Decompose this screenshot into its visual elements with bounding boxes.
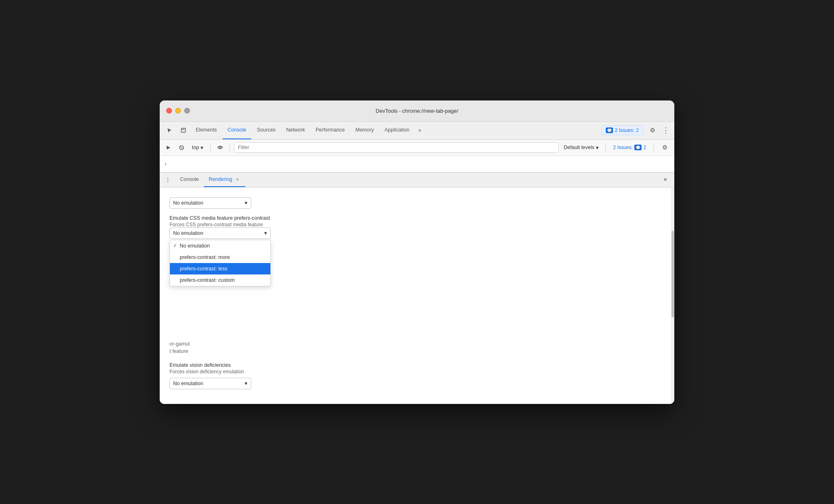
- scrollbar-track: [671, 187, 674, 404]
- issues-badge-label: 2 Issues:: [613, 145, 633, 150]
- dropdown-option-no-emulation[interactable]: ✓ No emulation: [170, 240, 270, 252]
- tab-elements[interactable]: Elements: [191, 121, 222, 139]
- window-title: DevTools - chrome://new-tab-page/: [376, 108, 458, 114]
- contrast-dropdown-container: No emulation ▾ ✓ No emulation pref: [169, 227, 271, 239]
- context-chevron: ▾: [201, 145, 203, 151]
- vision-dropdown[interactable]: No emulation ▾: [169, 378, 251, 389]
- eye-btn[interactable]: [215, 142, 225, 153]
- rendering-panel: No emulation ▾ Emulate CSS media feature…: [160, 187, 674, 404]
- contrast-section-sublabel: Forces CSS prefers-contrast media featur…: [169, 222, 665, 227]
- issues-badge[interactable]: 2 Issues: 💬 2: [610, 143, 649, 152]
- bg-text-2: t feature: [169, 348, 665, 354]
- toolbar-divider-1: [210, 143, 211, 152]
- toolbar-divider-3: [605, 143, 606, 152]
- dropdown-option-more[interactable]: prefers-contrast: more: [170, 252, 270, 263]
- layers-icon-btn[interactable]: [177, 124, 190, 137]
- drawer-tab-rendering[interactable]: Rendering ×: [204, 172, 245, 187]
- console-chevron[interactable]: ›: [165, 161, 167, 167]
- svg-line-4: [181, 147, 183, 149]
- toolbar-divider-4: [653, 143, 654, 152]
- title-bar: DevTools - chrome://new-tab-page/: [160, 100, 674, 122]
- drawer-tab-console[interactable]: Console: [175, 172, 204, 187]
- tab-memory[interactable]: Memory: [350, 121, 379, 139]
- first-dropdown-chevron: ▾: [245, 200, 248, 206]
- drawer-tabs-bar: ⋮ Console Rendering × ×: [160, 173, 674, 187]
- console-toolbar: top ▾ Default levels ▾ 2 Issues: 💬 2 ⚙: [160, 140, 674, 156]
- first-emulation-section: No emulation ▾: [169, 197, 665, 209]
- vision-label: Emulate vision deficiencies: [169, 362, 665, 368]
- contrast-dropdown-chevron: ▾: [264, 230, 267, 236]
- check-icon: ✓: [173, 243, 177, 248]
- minimize-traffic-light[interactable]: [175, 108, 181, 114]
- tab-network[interactable]: Network: [281, 121, 310, 139]
- vision-sublabel: Forces vision deficiency emulation: [169, 369, 665, 375]
- toolbar-divider-2: [230, 143, 230, 152]
- tab-sources[interactable]: Sources: [252, 121, 281, 139]
- rendering-tab-close[interactable]: ×: [235, 176, 241, 182]
- drawer-close-btn[interactable]: ×: [660, 174, 671, 185]
- vision-dropdown-chevron: ▾: [245, 380, 248, 386]
- svg-point-5: [219, 147, 221, 148]
- contrast-dropdown-menu: ✓ No emulation prefers-contrast: more pr…: [169, 240, 271, 286]
- tab-console[interactable]: Console: [223, 121, 251, 139]
- context-dropdown[interactable]: top ▾: [189, 143, 206, 152]
- svg-rect-0: [181, 128, 185, 132]
- first-emulation-dropdown[interactable]: No emulation ▾: [169, 197, 251, 209]
- issues-btn[interactable]: 💬 2 Issues: 2: [601, 125, 643, 135]
- background-section: or-gamut t feature: [169, 341, 665, 354]
- issues-badge-icon: 💬: [634, 145, 642, 150]
- default-levels-btn[interactable]: Default levels ▾: [561, 143, 601, 152]
- more-tabs-btn[interactable]: »: [415, 126, 425, 135]
- traffic-lights: [166, 108, 190, 114]
- issues-message-icon: 💬: [606, 127, 613, 133]
- close-traffic-light[interactable]: [166, 108, 172, 114]
- clear-console-btn[interactable]: [176, 142, 187, 153]
- console-settings-btn[interactable]: ⚙: [658, 141, 671, 154]
- scrollbar-thumb[interactable]: [671, 231, 674, 317]
- fullscreen-traffic-light[interactable]: [184, 108, 190, 114]
- issues-label: 2 Issues:: [615, 127, 634, 133]
- issues-badge-count: 2: [643, 145, 646, 150]
- main-tabs-bar: Elements Console Sources Network Perform…: [160, 122, 674, 140]
- svg-marker-2: [167, 146, 170, 149]
- tab-application[interactable]: Application: [379, 121, 414, 139]
- contrast-dropdown[interactable]: No emulation ▾: [169, 227, 271, 239]
- dropdown-option-less[interactable]: prefers-contrast: less: [170, 263, 270, 274]
- rendering-content: No emulation ▾ Emulate CSS media feature…: [160, 187, 674, 404]
- bottom-drawer: ⋮ Console Rendering × × No emulation ▾: [160, 172, 674, 404]
- contrast-section: Emulate CSS media feature prefers-contra…: [169, 215, 665, 239]
- dropdown-option-custom[interactable]: prefers-contrast: custom: [170, 274, 270, 286]
- bg-text-1: or-gamut: [169, 341, 665, 347]
- issues-count: 2: [636, 127, 639, 133]
- devtools-window: DevTools - chrome://new-tab-page/ Elemen…: [160, 100, 674, 404]
- execute-script-btn[interactable]: [163, 142, 174, 153]
- contrast-section-label: Emulate CSS media feature prefers-contra…: [169, 215, 665, 221]
- levels-chevron: ▾: [596, 145, 599, 151]
- filter-input[interactable]: [234, 142, 559, 153]
- tab-performance[interactable]: Performance: [311, 121, 350, 139]
- vision-section: Emulate vision deficiencies Forces visio…: [169, 362, 665, 389]
- drawer-menu-btn[interactable]: ⋮: [163, 175, 173, 185]
- context-label: top: [192, 145, 199, 150]
- more-options-btn[interactable]: ⋮: [660, 125, 671, 136]
- console-input-area: ›: [160, 156, 674, 172]
- settings-btn[interactable]: ⚙: [646, 124, 659, 137]
- cursor-icon-btn[interactable]: [163, 124, 176, 137]
